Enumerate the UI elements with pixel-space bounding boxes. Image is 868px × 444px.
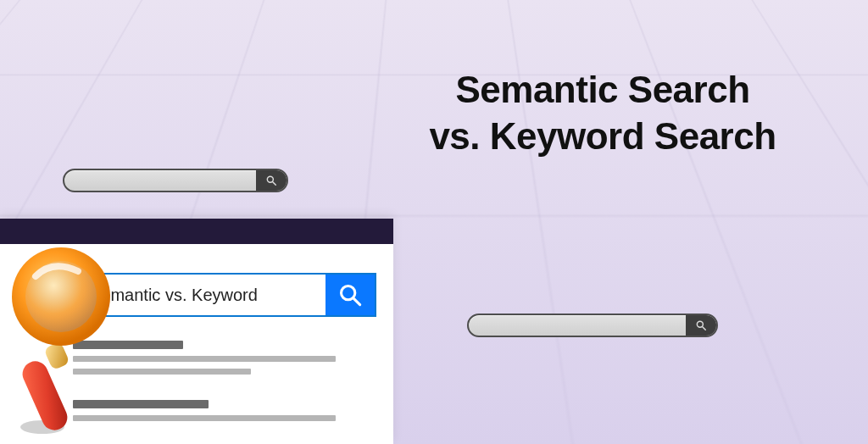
result-line [73, 369, 251, 375]
result-line [73, 356, 336, 362]
search-results-skeleton [73, 341, 368, 421]
result-line [73, 415, 336, 421]
search-bar [47, 273, 376, 317]
decorative-search-pill-bottom [467, 314, 718, 337]
browser-mockup [0, 219, 393, 444]
hero-heading: Semantic Search vs. Keyword Search [354, 66, 851, 159]
pill-search-cap [256, 170, 287, 191]
search-icon [265, 175, 277, 186]
result-item [73, 341, 368, 375]
svg-line-5 [353, 298, 360, 305]
decorative-search-pill-top [63, 169, 288, 192]
result-title-bar [73, 400, 209, 408]
search-input[interactable] [49, 275, 326, 315]
browser-body [0, 244, 393, 421]
heading-line-1: Semantic Search [354, 66, 851, 113]
result-title-bar [73, 341, 183, 349]
svg-line-3 [703, 327, 706, 330]
heading-line-2: vs. Keyword Search [354, 113, 851, 159]
search-icon [338, 283, 362, 307]
svg-line-1 [273, 182, 276, 186]
search-button[interactable] [326, 275, 375, 315]
pill-search-cap [686, 315, 716, 336]
search-icon [695, 319, 707, 331]
result-item [73, 400, 368, 421]
browser-titlebar [0, 219, 393, 244]
